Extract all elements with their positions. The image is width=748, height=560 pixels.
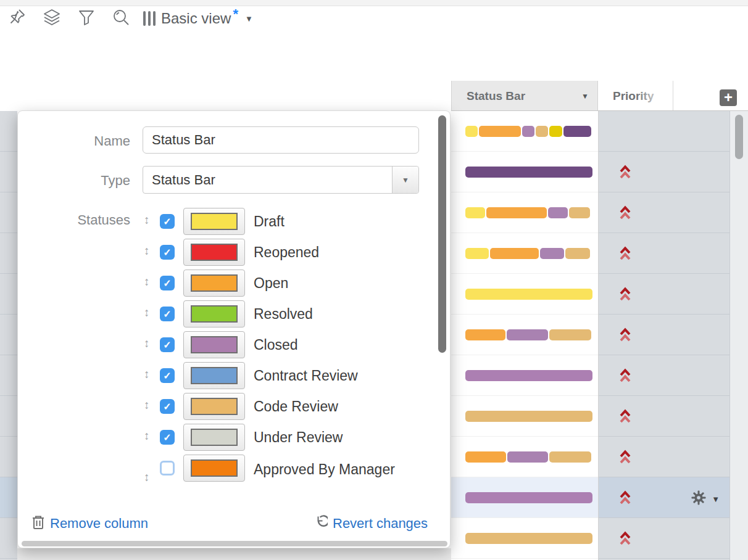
status-segment-tan [465,533,592,544]
drag-handle-icon[interactable]: ↕ [144,429,150,443]
add-column-button[interactable]: + [720,89,737,106]
status-segment-tan [536,126,548,137]
priority-cell[interactable] [599,355,729,396]
panel-horizontal-scrollbar-thumb[interactable] [22,541,447,546]
status-bar [465,370,592,381]
status-color-swatch[interactable] [183,455,245,482]
status-bar-cell[interactable] [451,274,598,315]
priority-cell[interactable] [599,437,729,477]
drag-handle-icon[interactable]: ↕ [144,213,150,227]
column-header-status-bar[interactable]: Status Bar ▼ [451,81,598,111]
status-segment-orange [465,451,506,463]
priority-highest-icon [619,530,631,550]
status-bar-cell[interactable] [451,233,598,274]
status-list-item: ↕ ✓ Draft [18,207,450,237]
status-color-swatch[interactable] [183,393,245,420]
row-settings-button[interactable]: ▼ [691,490,720,508]
status-bar-cell[interactable] [451,315,598,355]
status-color-swatch[interactable] [183,300,245,327]
drag-handle-icon[interactable]: ↕ [144,368,150,381]
search-icon [112,8,130,29]
table-row-edge[interactable] [0,274,17,315]
status-color [191,429,238,446]
table-row-edge[interactable] [0,315,17,355]
status-checkbox[interactable]: ✓ [160,337,175,352]
status-bar-cell[interactable] [451,355,598,396]
check-icon: ✓ [163,339,171,351]
status-segment-dark_purple [563,126,591,137]
table-row-edge[interactable] [0,233,17,274]
status-color-swatch[interactable] [183,208,245,235]
status-bar [465,533,592,544]
status-bar-cell[interactable] [451,518,598,559]
panel-scrollbar-thumb[interactable] [438,115,446,353]
table-row-edge[interactable] [0,111,17,152]
layers-button[interactable] [35,4,69,33]
status-checkbox[interactable]: ✓ [160,461,175,476]
status-list-item: ↕ ✓ Resolved [18,299,450,330]
priority-highest-icon [619,368,631,387]
table-row-edge[interactable] [0,437,17,477]
status-checkbox[interactable]: ✓ [160,214,175,229]
check-icon: ✓ [163,216,171,228]
drag-handle-icon[interactable]: ↕ [144,275,150,289]
status-checkbox[interactable]: ✓ [160,399,175,414]
pin-button[interactable] [0,4,35,33]
vertical-scrollbar-track[interactable] [729,111,748,560]
pin-icon [8,8,27,29]
drag-handle-icon[interactable]: ↕ [144,398,150,412]
name-input[interactable] [143,126,419,154]
drag-handle-icon[interactable]: ↕ [144,471,150,484]
priority-cell[interactable] [599,192,729,233]
priority-cell[interactable] [599,396,729,437]
column-header-priority[interactable]: Priority [598,81,673,111]
search-button[interactable] [104,4,138,33]
status-bar-cell[interactable] [451,152,598,192]
table-row-edge[interactable] [0,192,17,233]
table-row-edge[interactable] [0,152,17,192]
status-checkbox[interactable]: ✓ [160,368,175,383]
status-color-swatch[interactable] [183,331,245,358]
status-color-swatch[interactable] [183,362,245,389]
status-bar-cell[interactable] [451,477,598,518]
status-checkbox[interactable]: ✓ [160,276,175,290]
status-color-swatch[interactable] [183,424,245,451]
priority-cell[interactable]: ▼ [599,477,729,518]
drag-handle-icon[interactable]: ↕ [144,244,150,258]
status-checkbox[interactable]: ✓ [160,307,175,321]
status-color-swatch[interactable] [183,270,245,297]
priority-cell[interactable] [599,274,729,315]
priority-cell[interactable] [599,111,729,152]
gear-icon [691,490,707,508]
table-row-edge[interactable] [0,518,17,559]
status-bar-cell[interactable] [451,396,598,437]
type-select[interactable]: Status Bar ▼ [143,166,419,194]
table-row-edge[interactable] [0,355,17,396]
status-list-item: ↕ ✓ Code Review [18,392,450,422]
status-checkbox[interactable]: ✓ [160,245,175,260]
type-field-label: Type [18,173,130,189]
priority-cell[interactable] [599,315,729,355]
revert-changes-button[interactable]: Revert changes [313,515,428,532]
status-checkbox[interactable]: ✓ [160,430,175,445]
status-color-swatch[interactable] [183,239,245,266]
drag-handle-icon[interactable]: ↕ [144,306,150,319]
filter-button[interactable] [69,4,104,33]
remove-column-button[interactable]: Remove column [31,515,148,532]
priority-cell[interactable] [599,152,729,192]
vertical-scrollbar-thumb[interactable] [735,115,743,159]
table-row-edge[interactable] [0,477,17,518]
view-selector-button[interactable]: Basic view * ▼ [143,10,253,27]
status-color [191,213,238,230]
view-modified-marker: * [233,6,238,22]
status-bar-cell[interactable] [451,111,598,152]
status-bar [465,167,592,178]
status-bar-cell[interactable] [451,437,598,477]
table-row-edge[interactable] [0,396,17,437]
status-bar-column [451,111,598,560]
priority-cell[interactable] [599,233,729,274]
drag-handle-icon[interactable]: ↕ [144,337,150,350]
status-bar-cell[interactable] [451,192,598,233]
priority-cell[interactable] [599,518,729,559]
type-dropdown-button[interactable]: ▼ [392,167,418,193]
